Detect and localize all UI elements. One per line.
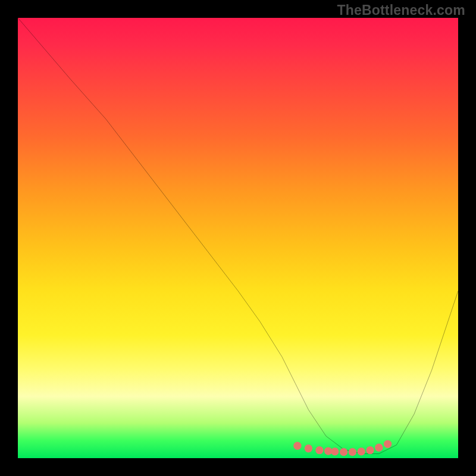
watermark-text: TheBottleneck.com (337, 2, 465, 18)
chart-svg (18, 18, 458, 458)
optimal-dot (293, 442, 301, 450)
optimal-dot (331, 447, 339, 455)
optimal-dot (366, 446, 374, 454)
bottleneck-curve (18, 18, 458, 454)
optimal-dot (315, 446, 323, 454)
optimal-range-dots (293, 440, 392, 456)
optimal-dot (384, 440, 392, 448)
optimal-dot (375, 444, 383, 452)
optimal-dot (358, 447, 365, 455)
chart-frame: TheBottleneck.com (0, 0, 476, 476)
optimal-dot (340, 448, 347, 456)
optimal-dot (349, 448, 356, 456)
optimal-dot (305, 444, 312, 452)
plot-area (18, 18, 458, 458)
